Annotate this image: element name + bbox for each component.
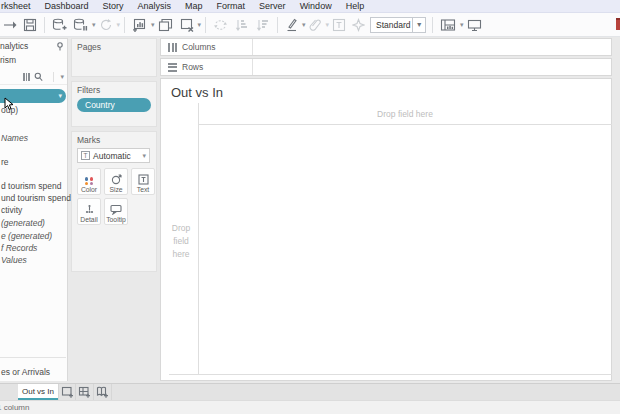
- clear-sheet-dropdown-icon[interactable]: ▾: [198, 21, 202, 29]
- field-item[interactable]: e (generated): [1, 231, 52, 241]
- pause-auto-updates-icon[interactable]: [70, 15, 91, 35]
- filter-pill-country[interactable]: Country: [77, 98, 151, 112]
- marks-card: Marks T Automatic ▾ Color Size Text Deta…: [71, 131, 157, 272]
- menu-bar: rksheet Dashboard Story Analysis Map For…: [0, 0, 620, 13]
- data-pane-toolbar: ▾: [0, 69, 67, 85]
- new-story-tab-icon[interactable]: [94, 384, 112, 400]
- marks-label: Marks: [72, 132, 156, 145]
- drop-zone-divider-top: [198, 124, 612, 125]
- tooltip-icon: [110, 204, 122, 215]
- sort-ascending-icon[interactable]: [231, 15, 252, 35]
- text-button[interactable]: Text: [131, 168, 155, 195]
- filters-card[interactable]: Filters Country: [71, 81, 157, 127]
- tableau-window: rksheet Dashboard Story Analysis Map For…: [0, 0, 620, 414]
- sheet-title[interactable]: Out vs In: [171, 85, 223, 100]
- rows-shelf[interactable]: Rows: [160, 58, 612, 76]
- worksheet-canvas[interactable]: Out vs In Drop field here Drop field her…: [160, 78, 612, 381]
- sort-descending-icon[interactable]: [252, 15, 273, 35]
- refresh-dropdown-icon[interactable]: ▾: [117, 21, 121, 29]
- menu-help[interactable]: Help: [339, 1, 372, 11]
- status-bar: 1 column: [0, 400, 620, 414]
- color-button[interactable]: Color: [77, 168, 101, 195]
- data-pane: nalytics rism ▾ ▾ oup) Names re d touris…: [0, 38, 68, 381]
- color-icon: [85, 177, 94, 185]
- status-text: 1 column: [0, 403, 29, 412]
- new-worksheet-tab-icon[interactable]: [58, 384, 76, 400]
- columns-icon: [168, 43, 177, 52]
- field-item[interactable]: re: [1, 157, 9, 167]
- pin-icon[interactable]: [56, 42, 64, 51]
- tab-out-vs-in[interactable]: Out vs In: [18, 384, 58, 400]
- drop-zone-divider-vertical: [198, 103, 199, 375]
- menu-worksheet[interactable]: rksheet: [0, 1, 38, 11]
- field-item[interactable]: es or Arrivals: [1, 367, 50, 377]
- new-worksheet-icon[interactable]: [129, 15, 150, 35]
- mark-type-dropdown-icon[interactable]: ▾: [142, 152, 146, 160]
- redo-icon[interactable]: [0, 15, 20, 35]
- menu-dashboard[interactable]: Dashboard: [38, 1, 96, 11]
- size-button[interactable]: Size: [104, 168, 128, 195]
- refresh-data-icon[interactable]: [96, 15, 116, 35]
- field-item[interactable]: Values: [1, 255, 27, 265]
- menu-story[interactable]: Story: [96, 1, 131, 11]
- swap-rows-columns-icon[interactable]: [210, 15, 231, 35]
- new-dashboard-tab-icon[interactable]: [76, 384, 94, 400]
- pages-card[interactable]: Pages: [71, 38, 157, 77]
- menu-format[interactable]: Format: [210, 1, 253, 11]
- menu-analysis[interactable]: Analysis: [131, 1, 179, 11]
- menu-map[interactable]: Map: [178, 1, 210, 11]
- size-icon: [111, 174, 122, 185]
- search-icon[interactable]: [34, 72, 43, 82]
- detail-button[interactable]: Detail: [77, 198, 101, 225]
- view-size-dropdown-icon[interactable]: ▼: [412, 18, 425, 32]
- show-hide-cards-icon[interactable]: [437, 15, 459, 35]
- drop-zone-divider-bottom: [169, 374, 612, 375]
- tooltip-button[interactable]: Tooltip: [104, 198, 128, 225]
- field-item[interactable]: (generated): [1, 218, 45, 228]
- drop-field-zone-left[interactable]: Drop field here: [165, 222, 197, 261]
- view-size-value: Standard: [371, 20, 412, 30]
- toolbar: ▾ ▾ ▾ ▾ ▾ ▾: [0, 13, 620, 37]
- drop-field-zone-top[interactable]: Drop field here: [198, 109, 612, 119]
- mark-type-select[interactable]: T Automatic ▾: [77, 148, 150, 163]
- view-size-select[interactable]: Standard ▼: [370, 17, 426, 33]
- field-item[interactable]: f Records: [1, 243, 37, 253]
- view-as-list-icon[interactable]: [23, 73, 31, 81]
- show-me-button[interactable]: [616, 18, 620, 30]
- text-icon: [138, 174, 149, 185]
- highlight-icon[interactable]: [282, 15, 301, 35]
- save-icon[interactable]: [20, 15, 40, 35]
- filters-label: Filters: [72, 82, 156, 95]
- menu-window[interactable]: Window: [293, 1, 339, 11]
- duplicate-sheet-icon[interactable]: [155, 15, 176, 35]
- clear-sheet-icon[interactable]: [176, 15, 197, 35]
- field-item[interactable]: ctivity: [1, 205, 22, 215]
- detail-icon: [84, 204, 95, 215]
- rows-icon: [168, 63, 177, 72]
- presentation-mode-icon[interactable]: [464, 15, 485, 35]
- rows-shelf-label: Rows: [161, 59, 253, 75]
- group-members-icon[interactable]: [306, 15, 325, 35]
- fields-dropdown-icon[interactable]: ▾: [60, 73, 64, 81]
- field-item[interactable]: und tourism spend: [1, 193, 71, 203]
- show-mark-labels-icon[interactable]: [329, 15, 349, 35]
- field-item[interactable]: d tourism spend: [1, 181, 61, 191]
- pill-dropdown-icon[interactable]: ▾: [58, 92, 62, 100]
- sheet-tab-bar: Out vs In: [0, 383, 620, 400]
- pages-label: Pages: [72, 39, 156, 52]
- field-item[interactable]: Names: [1, 133, 28, 143]
- text-mark-icon: T: [81, 151, 90, 160]
- data-source-name[interactable]: rism: [0, 55, 16, 65]
- columns-shelf-label: Columns: [161, 39, 253, 55]
- menu-server[interactable]: Server: [252, 1, 293, 11]
- mouse-cursor: [4, 97, 14, 115]
- mark-type-value: Automatic: [93, 151, 141, 161]
- fix-axes-icon[interactable]: [349, 15, 368, 35]
- add-data-source-icon[interactable]: [49, 15, 70, 35]
- columns-shelf[interactable]: Columns: [160, 38, 612, 56]
